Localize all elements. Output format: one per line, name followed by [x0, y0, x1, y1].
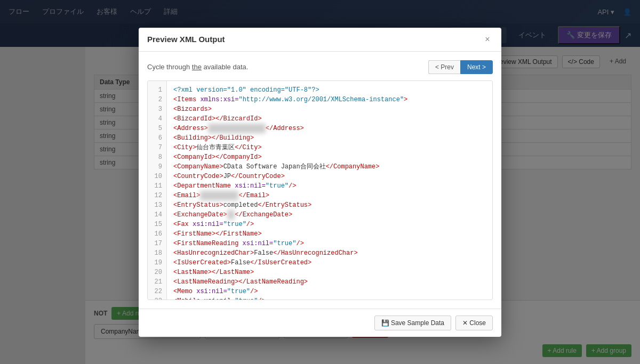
code-line: <DepartmentName xsi:nil="true"/>: [173, 181, 486, 191]
code-line: <CountryCode>JP</CountryCode>: [173, 172, 486, 181]
code-line: <EntryStatus>completed</EntryStatus>: [173, 200, 486, 210]
code-line: <CompanyId> </CompanyId>: [173, 152, 486, 162]
code-line: <BizcardId> </BizcardId>: [173, 114, 486, 124]
line-number: 3: [152, 104, 162, 114]
code-line: <Items xmlns:xsi="http://www.w3.org/2001…: [173, 95, 486, 104]
line-number: 1: [152, 85, 162, 95]
line-number: 23: [152, 296, 162, 300]
line-number: 15: [152, 220, 162, 229]
code-line: <ExchangeDate>20 </ExchangeDate>: [173, 210, 486, 220]
line-number: 17: [152, 239, 162, 248]
code-line: <Mobile xsi:nil="true"/>: [173, 296, 486, 300]
code-line: <Bizcards>: [173, 104, 486, 114]
modal-close-button[interactable]: ×: [482, 34, 493, 45]
code-line: <LastNameReading> </LastNameReading>: [173, 277, 486, 287]
prev-button[interactable]: < Prev: [428, 60, 460, 74]
line-number: 22: [152, 287, 162, 296]
line-number: 4: [152, 114, 162, 124]
line-number: 8: [152, 152, 162, 162]
code-content[interactable]: <?xml version="1.0" encoding="UTF-8"?><I…: [167, 81, 492, 300]
code-line: <FirstName> </FirstName>: [173, 229, 486, 239]
code-line: <CompanyName>CData Software Japan合同会社</C…: [173, 162, 486, 172]
line-number: 20: [152, 268, 162, 277]
blurred-content: @cdata.com: [200, 191, 238, 200]
code-line: <Building> </Building>: [173, 133, 486, 143]
code-line: <?xml version="1.0" encoding="UTF-8"?>: [173, 85, 486, 95]
code-line: <Address>宮城県仙台市青葉区 </Address>: [173, 124, 486, 133]
line-number: 11: [152, 181, 162, 191]
line-number: 7: [152, 143, 162, 152]
code-line: <IsUserCreated>False</IsUserCreated>: [173, 258, 486, 268]
modal-header: Preview XML Output ×: [139, 28, 501, 52]
cycle-row: Cycle through the available data. < Prev…: [147, 60, 493, 74]
next-button[interactable]: Next >: [460, 60, 493, 74]
cycle-text: Cycle through the available data.: [147, 63, 248, 71]
line-number: 12: [152, 191, 162, 200]
xml-code-editor[interactable]: 1234567891011121314151617181920212223242…: [147, 80, 493, 300]
line-number: 9: [152, 162, 162, 172]
modal-footer: 💾 Save Sample Data ✕ Close: [139, 309, 501, 337]
save-sample-button[interactable]: 💾 Save Sample Data: [374, 316, 451, 330]
modal-body: Cycle through the available data. < Prev…: [139, 52, 501, 309]
preview-xml-modal: Preview XML Output × Cycle through the a…: [139, 28, 501, 337]
line-number: 18: [152, 248, 162, 258]
line-number: 19: [152, 258, 162, 268]
line-number: 14: [152, 210, 162, 220]
modal-title: Preview XML Output: [147, 35, 225, 44]
code-line: <Email> @cdata.com</Email>: [173, 191, 486, 200]
pagination-buttons: < Prev Next >: [428, 60, 493, 74]
line-number: 6: [152, 133, 162, 143]
code-line: <Fax xsi:nil="true"/>: [173, 220, 486, 229]
line-number: 16: [152, 229, 162, 239]
code-line: <Memo xsi:nil="true"/>: [173, 287, 486, 296]
code-line: <LastName> </LastName>: [173, 268, 486, 277]
line-number: 13: [152, 200, 162, 210]
line-number: 10: [152, 172, 162, 181]
code-line: <City>仙台市青葉区</City>: [173, 143, 486, 152]
code-line: <HasUnrecognizedChar>False</HasUnrecogni…: [173, 248, 486, 258]
close-modal-button[interactable]: ✕ Close: [455, 316, 493, 330]
line-numbers: 1234567891011121314151617181920212223242…: [148, 81, 167, 300]
blurred-content: 20: [227, 210, 235, 220]
code-line: <FirstNameReading xsi:nil="true"/>: [173, 239, 486, 248]
blurred-content: 宮城県仙台市青葉区: [208, 124, 266, 133]
line-number: 21: [152, 277, 162, 287]
modal-overlay: Preview XML Output × Cycle through the a…: [0, 0, 640, 364]
line-number: 2: [152, 95, 162, 104]
line-number: 5: [152, 124, 162, 133]
